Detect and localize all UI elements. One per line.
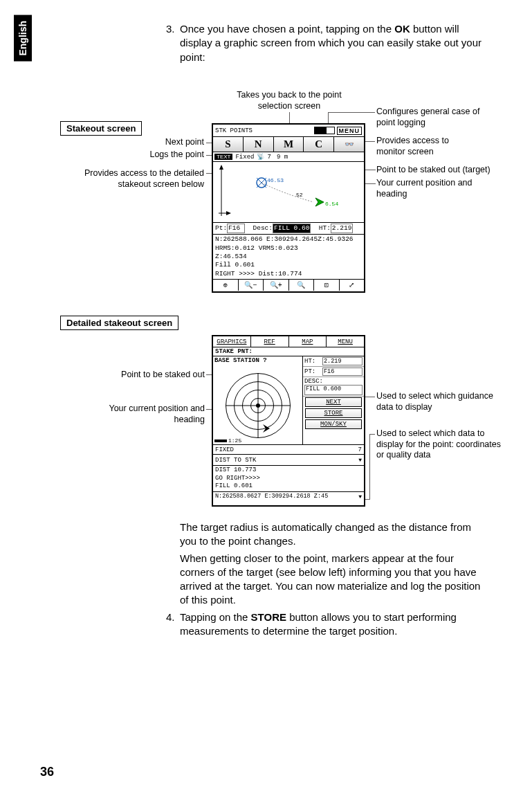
tab-map[interactable]: MAP	[289, 336, 327, 347]
stakeout-screen-label-box: Stakeout screen	[60, 121, 142, 136]
dev1-titlebar: STK POINTS MENU	[213, 125, 364, 137]
closing-p3: 4. Tapping on the STORE button allows yo…	[180, 610, 490, 639]
store-button[interactable]: STORE	[305, 408, 362, 418]
ok-bold: OK	[394, 23, 410, 35]
fixed-status: Fixed	[235, 154, 254, 161]
dev2-title: STAKE PNT:	[213, 347, 364, 356]
p3a: Tapping on the	[180, 611, 251, 623]
pt-value[interactable]: F16	[227, 224, 245, 233]
closing-p1: The target radius is automatically chang…	[180, 520, 490, 549]
callout-target: Point to be staked out (target)	[376, 165, 508, 176]
chevron-down-icon: ▼	[358, 457, 362, 463]
base-station-label: BASE STATION ?	[213, 356, 302, 365]
battery-icon	[314, 127, 335, 134]
svg-point-10	[256, 404, 260, 408]
closing-block: The target radius is automatically chang…	[180, 520, 490, 638]
scale-label: 1:25	[214, 437, 241, 444]
goright-line: GO RIGHT>>>>	[215, 475, 362, 483]
next-button[interactable]: NEXT	[305, 397, 362, 407]
stakeout-device-screen: STK POINTS MENU S N M C 👓 TEXT Fixed 📡7 …	[212, 123, 365, 293]
guidance-dropdown[interactable]: DIST TO STK ▼	[213, 455, 364, 466]
text-toggle[interactable]: TEXT	[214, 154, 232, 160]
dev2-tabs: GRAPHICS REF MAP MENU	[213, 336, 364, 347]
language-tab: English	[14, 15, 32, 62]
callout-monitor: Provides access to monitor screen	[376, 136, 480, 157]
step-number-4: 4.	[166, 610, 175, 624]
ht-lbl: HT:	[304, 358, 322, 365]
sat-icon: 📡	[257, 153, 264, 161]
ne-line: N:262588.066 E:309294.2645Z:45.9326	[215, 235, 362, 244]
desc-label: Desc:	[253, 224, 273, 232]
marker-mid: 52	[296, 192, 303, 198]
tab-menu[interactable]: MENU	[327, 336, 364, 347]
leader-wd-h	[369, 434, 375, 435]
callout-top: Takes you back to the point selection sc…	[234, 90, 345, 111]
fill-line-2: FILL 0.601	[215, 482, 362, 491]
tab-graphics[interactable]: GRAPHICS	[213, 336, 251, 347]
coord-text: N:262588.0627 E:309294.2618 Z:45	[215, 493, 328, 500]
callout-guidance: Used to select which guidance data to di…	[376, 391, 504, 412]
dev2-data-block: DIST 10.773 GO RIGHT>>>> FILL 0.601	[213, 466, 364, 491]
desc-val2[interactable]: FILL 0.600	[304, 385, 363, 395]
chevron-down-icon-2: ▼	[358, 493, 362, 500]
svg-marker-7	[315, 198, 324, 206]
zoom-pan[interactable]: ⤢	[340, 280, 365, 291]
dist-readout: 9 m	[277, 154, 288, 161]
fill-line: Fill 0.601	[215, 261, 362, 269]
sat-count: 7	[267, 154, 270, 161]
zoom-fit[interactable]: ⊡	[314, 280, 340, 291]
binoculars-button[interactable]: 👓	[334, 137, 364, 152]
dev1-plot-area[interactable]: 46.53 52 6.54	[213, 162, 364, 223]
callout-current: Your current position and heading	[376, 178, 494, 199]
zoom-in[interactable]: 🔍+	[264, 280, 289, 291]
coord-dropdown[interactable]: N:262588.0627 E:309294.2618 Z:45 ▼	[213, 491, 364, 500]
dev2-status: FIXED 7	[213, 445, 364, 455]
dist-line: DIST 10.773	[215, 466, 362, 475]
fixed-status-2: FIXED	[215, 446, 234, 453]
pt-label: Pt:	[215, 224, 227, 232]
svg-marker-11	[263, 424, 270, 433]
dev1-zoom-row: ⊕ 🔍− 🔍+ 🔍 ⊡ ⤢	[213, 280, 364, 291]
desc-value[interactable]: FILL 0.60	[273, 224, 311, 233]
tab-ref[interactable]: REF	[251, 336, 289, 347]
s-button[interactable]: S	[213, 137, 244, 152]
callout-next-point: Next point	[97, 137, 204, 148]
zoom-window[interactable]: 🔍	[289, 280, 315, 291]
store-bold: STORE	[251, 611, 286, 623]
desc-lbl2: DESC:	[304, 378, 323, 385]
detailed-device-screen: GRAPHICS REF MAP MENU STAKE PNT: BASE ST…	[212, 335, 365, 507]
dev1-readouts: N:262588.066 E:309294.2645Z:45.9326 HRMS…	[213, 235, 364, 280]
bullseye	[220, 372, 296, 439]
z-line: Z:46.534	[215, 253, 362, 261]
menu-button[interactable]: MENU	[337, 127, 363, 135]
stakeout-screen-label: Stakeout screen	[60, 121, 142, 136]
dev1-point-fields: Pt:F16 Desc:FILL 0.60 HT:2.219	[213, 223, 364, 235]
right-line: RIGHT >>>> Dist:10.774	[215, 270, 362, 278]
hrms-line: HRMS:0.012 VRMS:0.023	[215, 244, 362, 253]
zoom-extent[interactable]: ⊕	[213, 280, 239, 291]
ht-value[interactable]: 2.219	[331, 224, 354, 233]
ht-val[interactable]: 2.219	[322, 357, 363, 365]
dev2-bullseye-area[interactable]: BASE STATION ? 1:25	[213, 356, 303, 444]
n-button[interactable]: N	[244, 137, 274, 152]
leader-wd-v	[369, 434, 370, 499]
detailed-label-box: Detailed stakeout screen	[60, 316, 178, 330]
dev1-title: STK POINTS	[215, 127, 253, 134]
callout-access-detailed: Provides access to the detailed stakeout…	[60, 168, 204, 190]
m-button[interactable]: M	[274, 137, 304, 152]
page-number: 36	[40, 765, 54, 779]
zoom-out[interactable]: 🔍−	[239, 280, 264, 291]
monsky-button[interactable]: MON/SKY	[305, 419, 362, 429]
intro-a: Once you have chosen a point, tapping on…	[180, 23, 394, 35]
leader-conf-h	[328, 112, 375, 113]
svg-marker-1	[219, 165, 223, 170]
dev2-main: BASE STATION ? 1:25 HT:2.219 PT:F16 DESC…	[213, 356, 364, 445]
step-number-3: 3.	[166, 22, 175, 36]
intro-paragraph: 3. Once you have chosen a point, tapping…	[180, 22, 490, 64]
dev1-button-row: S N M C 👓	[213, 137, 364, 152]
ht-label: HT:	[319, 224, 331, 232]
c-button[interactable]: C	[304, 137, 334, 152]
sat-count-2: 7	[358, 446, 362, 453]
dev2-right-panel: HT:2.219 PT:F16 DESC: FILL 0.600 NEXT ST…	[303, 356, 364, 444]
pt-val2[interactable]: F16	[322, 368, 363, 376]
